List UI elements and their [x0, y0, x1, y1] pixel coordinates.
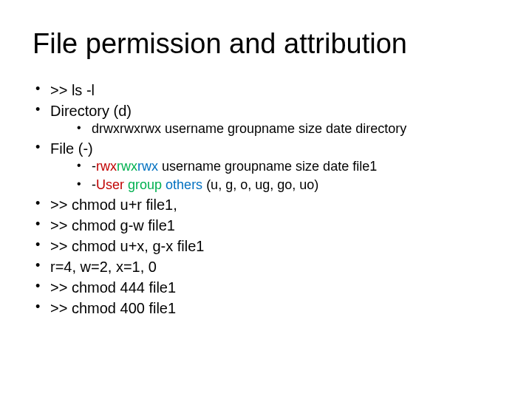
bullet-item: >> chmod 400 file1: [33, 299, 499, 318]
bullet-item: >> chmod u+r file1,: [33, 195, 499, 214]
bullet-list: >> ls -l Directory (d) drwxrwxrwx userna…: [33, 81, 499, 318]
bullet-item: >> ls -l: [33, 81, 499, 100]
bullet-text: Directory (d): [50, 103, 132, 119]
text-red: User: [96, 177, 124, 192]
text-blue: rwx: [137, 159, 158, 174]
bullet-item: >> chmod g-w file1: [33, 216, 499, 235]
bullet-text: File (-): [50, 140, 93, 157]
text: (u, g, o, ug, go, uo): [202, 177, 318, 192]
bullet-item: >> chmod 444 file1: [33, 278, 499, 297]
bullet-item: r=4, w=2, x=1, 0: [33, 257, 499, 276]
text-blue: others: [166, 177, 202, 192]
sub-bullet-item: drwxrwxrwx username groupname size date …: [75, 120, 499, 137]
slide-title: File permission and attribution: [33, 28, 499, 60]
text-green: group: [128, 177, 162, 192]
bullet-item: File (-) -rwxrwxrwx username groupname s…: [33, 139, 499, 194]
text-red: rwx: [96, 159, 117, 174]
sub-bullet-list: drwxrwxrwx username groupname size date …: [50, 120, 499, 137]
text-green: rwx: [117, 159, 137, 174]
bullet-item: Directory (d) drwxrwxrwx username groupn…: [33, 101, 499, 137]
text: username groupname size date file1: [158, 159, 377, 174]
sub-bullet-item: -User group others (u, g, o, ug, go, uo): [75, 177, 499, 194]
sub-bullet-list: -rwxrwxrwx username groupname size date …: [50, 158, 499, 194]
sub-bullet-item: -rwxrwxrwx username groupname size date …: [75, 158, 499, 175]
bullet-item: >> chmod u+x, g-x file1: [33, 236, 499, 256]
